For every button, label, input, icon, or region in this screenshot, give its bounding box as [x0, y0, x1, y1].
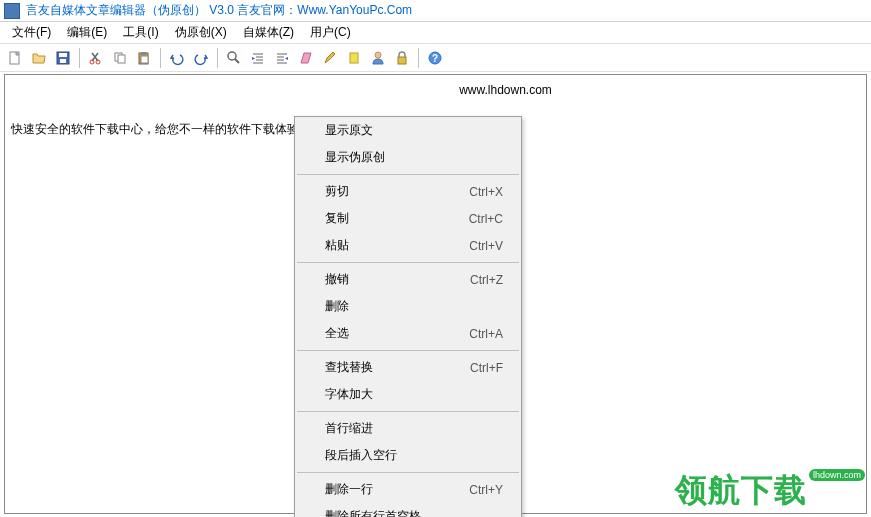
context-menu-item[interactable]: 删除一行Ctrl+Y	[295, 476, 521, 503]
app-icon	[4, 3, 20, 19]
context-menu-separator	[297, 350, 519, 351]
help-icon[interactable]: ?	[424, 47, 446, 69]
redo-icon[interactable]	[190, 47, 212, 69]
context-menu-shortcut: Ctrl+V	[469, 239, 503, 253]
watermark-badge: lhdown.com	[809, 469, 865, 481]
toolbar-separator	[217, 48, 218, 68]
highlight-icon[interactable]	[343, 47, 365, 69]
context-menu-label: 删除	[325, 298, 349, 315]
titlebar: 言友自媒体文章编辑器（伪原创） V3.0 言友官网：Www.YanYouPc.C…	[0, 0, 871, 22]
context-menu-label: 剪切	[325, 183, 349, 200]
context-menu-shortcut: Ctrl+X	[469, 185, 503, 199]
indent-icon[interactable]	[247, 47, 269, 69]
undo-icon[interactable]	[166, 47, 188, 69]
context-menu-item[interactable]: 查找替换Ctrl+F	[295, 354, 521, 381]
lock-icon[interactable]	[391, 47, 413, 69]
svg-point-22	[375, 52, 381, 58]
menu-user[interactable]: 用户(C)	[302, 22, 359, 43]
svg-rect-21	[350, 53, 358, 63]
context-menu-label: 删除一行	[325, 481, 373, 498]
context-menu-label: 字体加大	[325, 386, 373, 403]
svg-rect-23	[398, 57, 406, 64]
context-menu-shortcut: Ctrl+Y	[469, 483, 503, 497]
menubar: 文件(F)编辑(E)工具(I)伪原创(X)自媒体(Z)用户(C)	[0, 22, 871, 44]
svg-rect-7	[118, 55, 125, 63]
menu-file[interactable]: 文件(F)	[4, 22, 59, 43]
svg-rect-10	[141, 56, 148, 63]
open-file-icon[interactable]	[28, 47, 50, 69]
context-menu-label: 首行缩进	[325, 420, 373, 437]
brush-icon[interactable]	[319, 47, 341, 69]
context-menu-shortcut: Ctrl+A	[469, 327, 503, 341]
context-menu-item[interactable]: 显示原文	[295, 117, 521, 144]
svg-rect-9	[141, 52, 146, 55]
context-menu-item[interactable]: 复制Ctrl+C	[295, 205, 521, 232]
outdent-icon[interactable]	[271, 47, 293, 69]
context-menu-item[interactable]: 全选Ctrl+A	[295, 320, 521, 347]
menu-edit[interactable]: 编辑(E)	[59, 22, 115, 43]
svg-rect-3	[60, 59, 66, 63]
context-menu-label: 复制	[325, 210, 349, 227]
context-menu-item[interactable]: 删除	[295, 293, 521, 320]
menu-tools[interactable]: 工具(I)	[115, 22, 166, 43]
context-menu-separator	[297, 411, 519, 412]
user-icon[interactable]	[367, 47, 389, 69]
context-menu-label: 粘贴	[325, 237, 349, 254]
toolbar-separator	[418, 48, 419, 68]
svg-point-11	[228, 52, 236, 60]
svg-rect-2	[59, 53, 67, 57]
menu-media[interactable]: 自媒体(Z)	[235, 22, 302, 43]
context-menu-label: 显示原文	[325, 122, 373, 139]
context-menu-separator	[297, 262, 519, 263]
find-icon[interactable]	[223, 47, 245, 69]
svg-line-12	[235, 59, 239, 63]
context-menu-separator	[297, 174, 519, 175]
context-menu-item[interactable]: 剪切Ctrl+X	[295, 178, 521, 205]
watermark-text: 领航下载	[675, 469, 807, 513]
context-menu-separator	[297, 472, 519, 473]
paste-icon[interactable]	[133, 47, 155, 69]
save-icon[interactable]	[52, 47, 74, 69]
context-menu-shortcut: Ctrl+Z	[470, 273, 503, 287]
window-title: 言友自媒体文章编辑器（伪原创） V3.0 言友官网：Www.YanYouPc.C…	[26, 2, 412, 19]
context-menu-item[interactable]: 显示伪原创	[295, 144, 521, 171]
toolbar-separator	[160, 48, 161, 68]
context-menu-label: 查找替换	[325, 359, 373, 376]
context-menu-label: 全选	[325, 325, 349, 342]
context-menu-label: 段后插入空行	[325, 447, 397, 464]
editor-url-text: www.lhdown.com	[151, 83, 860, 97]
context-menu-item[interactable]: 首行缩进	[295, 415, 521, 442]
context-menu-item[interactable]: 删除所有行首空格	[295, 503, 521, 517]
toolbar-separator	[79, 48, 80, 68]
context-menu-item[interactable]: 段后插入空行	[295, 442, 521, 469]
context-menu-item[interactable]: 字体加大	[295, 381, 521, 408]
context-menu-shortcut: Ctrl+C	[469, 212, 503, 226]
copy-icon[interactable]	[109, 47, 131, 69]
toolbar: ?	[0, 44, 871, 72]
context-menu: 显示原文显示伪原创剪切Ctrl+X复制Ctrl+C粘贴Ctrl+V撤销Ctrl+…	[294, 116, 522, 517]
context-menu-label: 撤销	[325, 271, 349, 288]
svg-text:?: ?	[432, 53, 438, 64]
new-file-icon[interactable]	[4, 47, 26, 69]
context-menu-label: 删除所有行首空格	[325, 508, 421, 517]
erase-icon[interactable]	[295, 47, 317, 69]
menu-pseudo[interactable]: 伪原创(X)	[167, 22, 235, 43]
watermark: 领航下载 lhdown.com	[675, 469, 865, 513]
context-menu-item[interactable]: 撤销Ctrl+Z	[295, 266, 521, 293]
context-menu-item[interactable]: 粘贴Ctrl+V	[295, 232, 521, 259]
cut-icon[interactable]	[85, 47, 107, 69]
context-menu-label: 显示伪原创	[325, 149, 385, 166]
context-menu-shortcut: Ctrl+F	[470, 361, 503, 375]
